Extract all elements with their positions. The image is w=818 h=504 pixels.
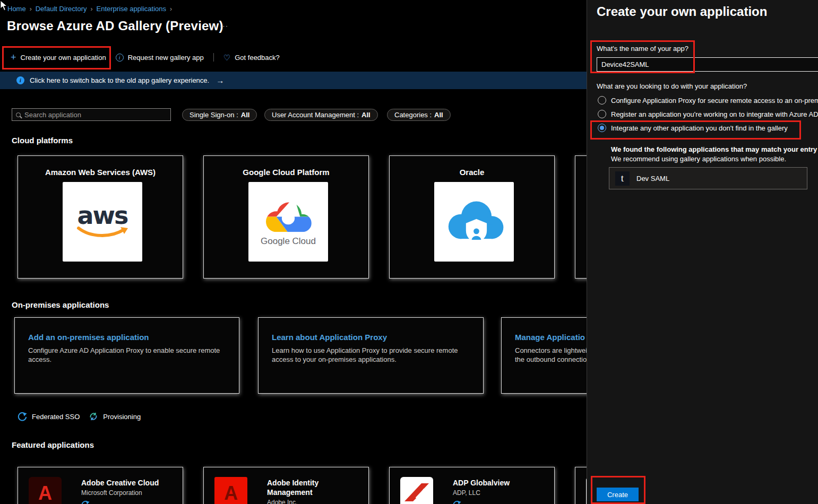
filter-user-account-management[interactable]: User Account Management : All [264,109,378,121]
breadcrumb-home[interactable]: Home [7,5,26,13]
heart-icon: ♡ [223,54,230,62]
banner-text: Click here to switch back to the old app… [30,76,209,84]
card-title-link[interactable]: Add an on-premises application [28,333,226,342]
google-cloud-logo: Google Cloud [248,182,328,262]
card-description: Configure Azure AD Application Proxy to … [28,346,226,364]
add-icon: + [11,53,16,62]
card-adobe-identity-management[interactable]: A Adobe Identity Management Adobe Inc. [203,467,369,504]
info-icon: i [116,54,124,62]
federated-sso-badge [453,500,546,504]
card-adp-globalview[interactable]: ADP Globalview ADP, LLC [389,467,555,504]
breadcrumb: Home › Default Directory › Enterprise ap… [7,5,172,13]
card-cloud-partial[interactable] [575,155,587,279]
app-title: Adobe Creative Cloud [81,478,161,488]
option-integrate-other-application[interactable]: Integrate any other application you don'… [598,124,788,132]
featured-applications-heading: Featured applications [12,440,94,449]
page-title: Browse Azure AD Gallery (Preview) [7,19,223,33]
create-your-own-application-label: Create your own application [21,54,106,62]
on-premises-heading: On-premises applications [12,300,109,309]
card-description: Learn how to use Application Proxy to pr… [272,346,470,364]
option-configure-application-proxy[interactable]: Configure Application Proxy for secure r… [598,96,818,105]
card-learn-about-application-proxy: Learn about Application Proxy Learn how … [258,317,484,394]
search-application-input[interactable] [24,111,167,119]
adp-logo-icon [400,477,433,504]
card-description: Connectors are lightweig the outbound co… [515,346,587,364]
breadcrumb-enterprise-applications[interactable]: Enterprise applications [97,5,167,13]
app-name-input[interactable] [597,57,818,72]
filter-label: User Account Management : [272,111,359,119]
create-your-own-application-button[interactable]: + Create your own application [11,53,106,62]
mouse-cursor [0,1,8,11]
filter-label: Categories : [394,111,432,119]
app-title: Adobe Identity Management [267,478,347,497]
option-label: Register an application you're working o… [611,110,818,118]
breadcrumb-default-directory[interactable]: Default Directory [36,5,87,13]
card-title: Amazon Web Services (AWS) [18,168,183,177]
adobe-identity-logo: A [214,477,247,504]
filter-categories[interactable]: Categories : All [387,109,451,121]
card-add-on-premises-application: Add an on-premises application Configure… [14,317,239,394]
adp-logo [400,477,433,504]
card-featured-partial[interactable] [575,467,587,504]
card-aws[interactable]: Amazon Web Services (AWS) aws [18,155,183,279]
federated-sso-badge [81,500,174,504]
card-title-link[interactable]: Manage Applicatio [515,333,587,342]
google-cloud-icon [259,197,318,236]
dev-saml-name: Dev SAML [636,175,669,183]
app-vendor: Adobe Inc. [267,499,360,504]
adobe-logo-letter: A [224,482,238,504]
filter-single-sign-on[interactable]: Single Sign-on : All [182,109,257,121]
match-heading: We found the following applications that… [611,145,817,153]
info-icon: i [16,76,24,84]
option-label: Integrate any other application you don'… [611,124,788,132]
aws-smile-icon [76,227,129,238]
oracle-cloud-logo [434,182,514,262]
match-subtext: We recommend using gallery applications … [611,155,786,163]
search-application-box[interactable] [12,108,171,121]
radio-unselected-icon [598,110,606,118]
panel-title: Create your own application [597,4,767,19]
filter-label: Single Sign-on : [190,111,238,119]
filter-value: All [434,111,443,119]
got-feedback-button[interactable]: ♡ Got feedback? [223,54,280,62]
legend-provisioning-label: Provisioning [103,413,141,421]
chevron-right-icon: › [30,5,32,13]
federated-sso-icon [18,412,27,421]
card-adobe-creative-cloud[interactable]: A Adobe Creative Cloud Microsoft Corpora… [18,467,183,504]
legend-federated-sso: Federated SSO [18,412,80,421]
app-vendor: Microsoft Corporation [81,489,174,497]
chevron-right-icon: › [170,5,172,13]
aws-logo: aws [63,182,142,262]
filter-value: All [241,111,250,119]
filter-value: All [361,111,371,119]
cloud-platforms-heading: Cloud platforms [12,136,73,145]
request-new-gallery-app-button[interactable]: i Request new gallery app [116,54,204,62]
create-button[interactable]: Create [597,488,639,501]
card-title-link[interactable]: Learn about Application Proxy [272,333,470,342]
search-icon [16,112,21,117]
adobe-logo-letter: A [38,482,52,504]
panel-question: What are you looking to do with your app… [597,82,747,90]
aws-logo-text: aws [78,205,128,226]
match-app-dev-saml[interactable]: t Dev SAML [609,167,807,189]
legend-provisioning: Provisioning [89,412,141,421]
option-register-application[interactable]: Register an application you're working o… [598,110,818,118]
option-label: Configure Application Proxy for secure r… [611,97,818,105]
got-feedback-label: Got feedback? [235,54,280,62]
more-menu-icon[interactable]: ··· [220,22,228,30]
command-bar: + Create your own application i Request … [11,53,280,62]
arrow-right-icon: → [216,76,224,85]
request-new-gallery-app-label: Request new gallery app [128,54,204,62]
app-title: ADP Globalview [453,478,532,488]
card-title: Oracle [390,168,554,177]
card-title: Google Cloud Platform [204,168,368,177]
dev-saml-logo: t [615,171,630,186]
switch-back-banner[interactable]: i Click here to switch back to the old a… [0,72,587,89]
google-cloud-caption: Google Cloud [261,236,316,247]
radio-selected-icon [598,124,606,132]
card-google-cloud-platform[interactable]: Google Cloud Platform Google Cloud [203,155,369,279]
adobe-creative-cloud-logo: A [29,477,62,504]
card-oracle[interactable]: Oracle [389,155,555,279]
card-description-line: the outbound connectio [515,355,587,363]
provisioning-icon [89,412,98,421]
